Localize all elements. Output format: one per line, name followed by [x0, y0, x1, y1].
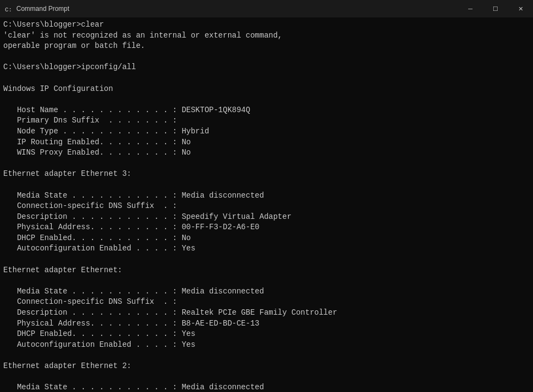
terminal-line: Ethernet adapter Ethernet 2: — [3, 362, 131, 370]
terminal-line: Connection-specific DNS Suffix . : — [3, 201, 177, 210]
terminal-line: Physical Address. . . . . . . . . : B8-A… — [3, 319, 259, 328]
terminal-line: Media State . . . . . . . . . . . : Medi… — [3, 191, 264, 200]
terminal-line: Autoconfiguration Enabled . . . . : Yes — [3, 340, 195, 349]
terminal-line: operable program or batch file. — [3, 41, 145, 50]
terminal-line: DHCP Enabled. . . . . . . . . . . : Yes — [3, 329, 195, 338]
terminal-line: Physical Address. . . . . . . . . : 00-F… — [3, 223, 259, 231]
terminal-line: Media State . . . . . . . . . . . : Medi… — [3, 383, 264, 391]
terminal-line: WINS Proxy Enabled. . . . . . . . : No — [3, 148, 191, 157]
cmd-icon: C: — [4, 4, 13, 13]
terminal-line: IP Routing Enabled. . . . . . . . : No — [3, 138, 191, 146]
maximize-button[interactable]: ☐ — [483, 0, 508, 17]
close-button[interactable]: ✕ — [508, 0, 533, 17]
terminal-line: C:\Users\blogger>clear — [3, 20, 104, 29]
title-bar-controls: ─ ☐ ✕ — [458, 0, 533, 17]
terminal-line: Description . . . . . . . . . . . : Spee… — [3, 212, 291, 221]
terminal-line: C:\Users\blogger>ipconfig/all — [3, 63, 136, 71]
terminal-line: Media State . . . . . . . . . . . : Medi… — [3, 287, 264, 296]
terminal-line: Ethernet adapter Ethernet 3: — [3, 169, 131, 178]
terminal-line: Windows IP Configuration — [3, 84, 113, 93]
title-bar-left: C: Command Prompt — [4, 4, 69, 13]
terminal-line: Primary Dns Suffix . . . . . . . : — [3, 116, 177, 125]
terminal-line: Connection-specific DNS Suffix . : — [3, 297, 177, 306]
terminal-output[interactable]: C:\Users\blogger>clear 'clear' is not re… — [0, 17, 533, 392]
minimize-button[interactable]: ─ — [458, 0, 483, 17]
terminal-line: Ethernet adapter Ethernet: — [3, 266, 122, 274]
terminal-line: Description . . . . . . . . . . . : Real… — [3, 308, 337, 317]
terminal-line: Host Name . . . . . . . . . . . . : DESK… — [3, 106, 250, 114]
terminal-line: 'clear' is not recognized as an internal… — [3, 31, 282, 40]
terminal-line: Autoconfiguration Enabled . . . . : Yes — [3, 244, 195, 253]
cmd-window: C: Command Prompt ─ ☐ ✕ C:\Users\blogger… — [0, 0, 533, 392]
window-title: Command Prompt — [16, 5, 69, 13]
terminal-line: DHCP Enabled. . . . . . . . . . . : No — [3, 234, 191, 242]
title-bar: C: Command Prompt ─ ☐ ✕ — [0, 0, 533, 17]
terminal-line: Node Type . . . . . . . . . . . . : Hybr… — [3, 127, 209, 136]
svg-text:C:: C: — [5, 7, 12, 13]
